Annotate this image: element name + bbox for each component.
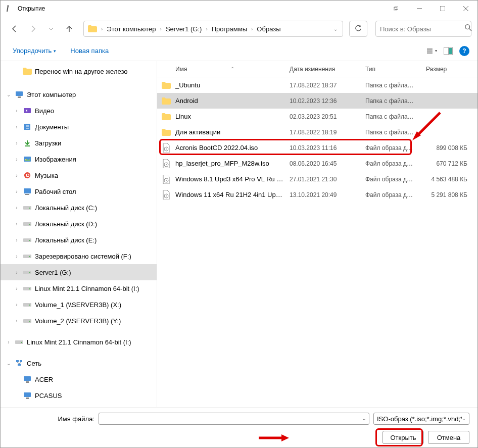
chevron-right-icon[interactable]: ›: [13, 108, 21, 114]
tree-item[interactable]: ›Рабочий стол: [1, 183, 157, 200]
back-button[interactable]: [7, 21, 23, 37]
tree-item[interactable]: ACER: [1, 371, 157, 387]
file-type: Папка с файлами: [359, 82, 420, 89]
column-type[interactable]: Тип: [359, 61, 420, 77]
tree-item-icon: [23, 316, 32, 325]
tree-item[interactable]: ›Volume_1 (\\SERVER3B) (X:): [1, 296, 157, 313]
tree-folder[interactable]: Перенос win на другое железо: [1, 63, 157, 79]
tree-item-icon: [23, 138, 32, 147]
tree-item[interactable]: ›Видео: [1, 103, 157, 119]
chevron-right-icon[interactable]: ›: [13, 286, 21, 291]
tree-item-icon: [23, 187, 32, 196]
tree-item[interactable]: ›Локальный диск (D:): [1, 216, 157, 232]
tree-network[interactable]: ⌄ Сеть: [1, 355, 157, 371]
tree-item[interactable]: ›Документы: [1, 119, 157, 135]
svg-point-0: [7, 5, 9, 7]
folder-icon: [88, 24, 97, 33]
file-row[interactable]: _Ubuntu17.08.2022 18:37Папка с файлами: [157, 77, 477, 93]
filename-dropdown[interactable]: ⌄: [362, 416, 366, 421]
chevron-right-icon[interactable]: ›: [5, 339, 13, 345]
close-button[interactable]: [454, 1, 477, 17]
chevron-right-icon[interactable]: ›: [13, 140, 21, 146]
filename-input[interactable]: [99, 413, 369, 425]
chevron-right-icon[interactable]: ›: [13, 318, 21, 324]
monitor-icon: [23, 375, 32, 384]
tree-item[interactable]: ›Volume_2 (\\SERVER3B) (Y:): [1, 313, 157, 329]
tree-item-icon: [23, 155, 32, 164]
maximize-button[interactable]: [431, 1, 454, 17]
forward-button[interactable]: [25, 21, 41, 37]
chevron-right-icon[interactable]: ›: [13, 157, 21, 162]
tree-item[interactable]: ›Локальный диск (C:): [1, 200, 157, 216]
tree-this-pc[interactable]: ⌄ Этот компьютер: [1, 86, 157, 103]
file-row[interactable]: Linux02.03.2023 20:51Папка с файлами: [157, 109, 477, 124]
tree-item[interactable]: PCASUS: [1, 387, 157, 404]
chevron-right-icon[interactable]: ›: [13, 270, 21, 275]
chevron-down-icon[interactable]: ⌄: [5, 92, 13, 97]
column-size[interactable]: Размер: [420, 61, 477, 77]
file-row[interactable]: Acronis BootCD 2022.04.iso10.03.2023 11:…: [157, 140, 477, 156]
tree-item[interactable]: ›Музыка: [1, 167, 157, 183]
cancel-button[interactable]: Отмена: [428, 431, 469, 444]
chevron-right-icon[interactable]: ›: [13, 205, 21, 211]
file-type-filter[interactable]: ISO-образ (*.iso;*.img;*.vhd;*.u⌄: [373, 413, 469, 425]
view-list-icon[interactable]: ▾: [427, 46, 437, 56]
column-date[interactable]: Дата изменения: [283, 61, 359, 77]
chevron-right-icon[interactable]: ›: [13, 254, 21, 259]
tree-item-icon: [23, 122, 32, 131]
file-name: Windows 11 x64 Ru 21H2 4in1 Upd 10.20...: [175, 191, 283, 198]
sidebar-tree[interactable]: Перенос win на другое железо ⌄ Этот комп…: [1, 61, 157, 407]
file-row[interactable]: hp_laserjet_pro_MFP_M28w.iso08.06.2020 1…: [157, 156, 477, 171]
file-size: 5 291 808 КБ: [420, 191, 477, 198]
monitor-icon: [23, 391, 32, 400]
breadcrumb-item[interactable]: Программы: [210, 24, 249, 34]
open-button[interactable]: Открыть: [383, 431, 424, 444]
svg-rect-2: [395, 7, 398, 9]
file-name: Acronis BootCD 2022.04.iso: [175, 144, 283, 152]
tree-item[interactable]: ›Зарезервировано системой (F:): [1, 248, 157, 264]
help-icon[interactable]: ?: [459, 46, 469, 56]
preview-pane-icon[interactable]: [443, 46, 453, 56]
tree-item[interactable]: › Linux Mint 21.1 Cinnamon 64-bit (I:): [1, 334, 157, 350]
file-row[interactable]: Android10.02.2023 12:36Папка с файлами: [157, 93, 477, 109]
address-bar[interactable]: › Этот компьютер › Server1 (G:) › Програ…: [83, 21, 343, 37]
tree-item[interactable]: ›Изображения: [1, 151, 157, 167]
tree-item[interactable]: ›Linux Mint 21.1 Cinnamon 64-bit (I:): [1, 280, 157, 296]
tree-item[interactable]: ›Локальный диск (E:): [1, 232, 157, 248]
file-list[interactable]: _Ubuntu17.08.2022 18:37Папка с файламиAn…: [157, 77, 477, 407]
minimize-button[interactable]: [408, 1, 431, 17]
file-row[interactable]: Windows 8.1 Upd3 x64 Pro VL Ru by OVG...…: [157, 171, 477, 187]
column-name[interactable]: Имя⌃: [157, 61, 283, 77]
tree-item[interactable]: ›Загрузки: [1, 135, 157, 151]
svg-line-8: [469, 29, 471, 31]
file-column-headers[interactable]: Имя⌃ Дата изменения Тип Размер: [157, 61, 477, 77]
refresh-button[interactable]: [349, 21, 367, 37]
breadcrumb-item[interactable]: Этот компьютер: [105, 24, 158, 34]
organize-button[interactable]: Упорядочить▾: [9, 45, 60, 57]
chevron-right-icon[interactable]: ›: [13, 302, 21, 308]
chevron-right-icon[interactable]: ›: [13, 237, 21, 243]
address-history-dropdown[interactable]: ⌄: [330, 26, 341, 32]
restore-tabs-button[interactable]: [385, 1, 408, 17]
chevron-right-icon[interactable]: ›: [13, 189, 21, 194]
tree-item[interactable]: ›Server1 (G:): [1, 264, 157, 280]
chevron-down-icon[interactable]: ⌄: [5, 361, 13, 366]
folder-icon: [157, 97, 175, 105]
svg-rect-4: [440, 6, 445, 11]
new-folder-button[interactable]: Новая папка: [66, 45, 113, 57]
file-size: 899 008 КБ: [420, 144, 477, 152]
search-input[interactable]: [380, 25, 465, 33]
chevron-right-icon[interactable]: ›: [13, 124, 21, 130]
svg-rect-27: [25, 194, 29, 195]
chevron-right-icon[interactable]: ›: [13, 173, 21, 178]
search-box[interactable]: [375, 21, 471, 37]
chevron-right-icon[interactable]: ›: [13, 221, 21, 227]
file-name: Windows 8.1 Upd3 x64 Pro VL Ru by OVG...: [175, 175, 283, 183]
breadcrumb-item[interactable]: Образы: [255, 24, 282, 34]
breadcrumb-item[interactable]: Server1 (G:): [164, 24, 204, 34]
file-row[interactable]: Windows 11 x64 Ru 21H2 4in1 Upd 10.20...…: [157, 187, 477, 203]
recent-dropdown[interactable]: [43, 21, 59, 37]
file-row[interactable]: Для активации17.08.2022 18:19Папка с фай…: [157, 124, 477, 140]
file-type: Файл образа диска: [359, 176, 420, 183]
up-button[interactable]: [61, 21, 77, 37]
